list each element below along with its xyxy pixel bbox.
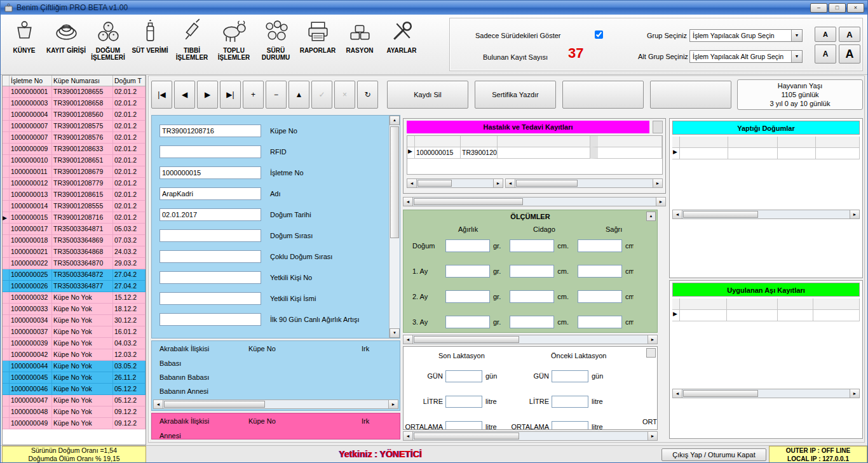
column-kupe-numarasi[interactable]: Küpe Numarası: [52, 76, 113, 86]
form-input[interactable]: [159, 187, 261, 200]
births-column-header[interactable]: [728, 137, 778, 148]
rump-input[interactable]: [578, 316, 622, 328]
scroll-right-icon[interactable]: [648, 432, 657, 440]
toolbar-item-ayarlar[interactable]: AYARLAR: [381, 16, 423, 73]
chevron-down-icon[interactable]: ▼: [791, 51, 802, 62]
horizontal-scrollbar[interactable]: [672, 210, 860, 219]
font-size-button[interactable]: A: [815, 44, 836, 64]
animal-table-row[interactable]: 1000000025 TR35003364872 27.04.2: [3, 269, 146, 281]
animal-table-row[interactable]: 1000000047 Küpe No Yok 05.12.2: [3, 395, 146, 406]
weight-input[interactable]: [445, 239, 490, 252]
last-lactation-input[interactable]: [445, 396, 482, 408]
previous-lactation-input[interactable]: [552, 370, 588, 382]
animal-table-row[interactable]: 1000000009 TR39001208633 02.01.2: [3, 144, 146, 155]
scroll-up-icon[interactable]: ▲: [390, 116, 400, 125]
animal-table-row[interactable]: 1000000007 TR39001208575 02.01.2: [3, 121, 146, 132]
subgroup-select[interactable]: İşlem Yapılacak Alt Grup Seçin ▼: [689, 50, 803, 63]
withers-input[interactable]: [510, 316, 554, 328]
toolbar-item-sut-verimi[interactable]: SÜT VERİMİ: [129, 16, 171, 73]
column-dogum-tarihi[interactable]: Doğum T: [113, 76, 146, 86]
health-column-header[interactable]: [461, 136, 498, 147]
nav-button[interactable]: ▶|: [220, 81, 241, 109]
scrollbar-thumb[interactable]: [683, 211, 758, 218]
previous-lactation-input[interactable]: [552, 396, 588, 408]
toolbar-item-suru-durumu[interactable]: SÜRÜ DURUMU: [255, 16, 297, 73]
form-input[interactable]: [159, 208, 261, 221]
scrollbar-thumb[interactable]: [414, 336, 519, 343]
horizontal-scrollbar[interactable]: [403, 431, 658, 441]
toolbar-item-kayit-girisi[interactable]: KAYIT GİRİŞİ: [45, 16, 87, 73]
scroll-down-icon[interactable]: ▼: [390, 328, 400, 338]
font-size-button[interactable]: A: [839, 44, 860, 64]
animal-table-row[interactable]: 1000000022 TR35003364870 29.03.2: [3, 258, 146, 269]
nav-button[interactable]: ✓: [311, 81, 332, 109]
vaccines-column-header[interactable]: [813, 299, 860, 310]
nav-button[interactable]: ▶: [197, 81, 218, 109]
vaccines-column-header[interactable]: [680, 299, 727, 310]
rump-input[interactable]: [578, 239, 622, 252]
nav-button[interactable]: ↻: [357, 81, 378, 109]
scrollbar-thumb[interactable]: [417, 180, 452, 187]
scrollbar-thumb[interactable]: [414, 198, 523, 205]
nav-button[interactable]: ×: [334, 81, 355, 109]
animal-table-row[interactable]: 1000000018 TR35003364869 07.03.2: [3, 235, 146, 246]
animal-table-row[interactable]: 1000000003 TR39001208658 02.01.2: [3, 98, 146, 109]
withers-input[interactable]: [510, 265, 554, 278]
scroll-left-icon[interactable]: [673, 210, 682, 218]
show-only-herd-checkbox[interactable]: [595, 30, 603, 39]
births-column-header[interactable]: [816, 137, 860, 148]
animal-table-row[interactable]: 1000000004 TR39001208560 02.01.2: [3, 109, 146, 121]
animal-table-row[interactable]: 1000000013 TR39001208615 02.01.2: [3, 189, 146, 201]
window-control-button[interactable]: –: [810, 3, 827, 13]
births-column-header[interactable]: [778, 137, 816, 148]
scroll-left-icon[interactable]: [403, 198, 413, 206]
scroll-left-icon[interactable]: [673, 389, 682, 398]
form-input[interactable]: [159, 229, 261, 242]
horizontal-scrollbar[interactable]: [153, 399, 398, 409]
health-grid-row[interactable]: 1000000015 TR3900120: [407, 147, 662, 159]
vaccines-column-header[interactable]: [778, 299, 813, 310]
toolbar-item-kunye[interactable]: KÜNYE: [3, 16, 45, 73]
vaccines-grid-row[interactable]: [672, 310, 860, 321]
animal-table-row[interactable]: 1000000039 Küpe No Yok 04.03.2: [3, 338, 146, 349]
weight-input[interactable]: [445, 290, 490, 303]
animal-table-row[interactable]: 1000000021 TR35003364868 24.03.2: [3, 246, 146, 258]
form-input[interactable]: [159, 313, 261, 326]
animal-table-row[interactable]: 1000000033 Küpe No Yok 18.12.2: [3, 304, 146, 315]
animal-table-row[interactable]: 1000000012 TR39001208779 02.01.2: [3, 178, 146, 189]
animal-table-row[interactable]: 1000000042 Küpe No Yok 12.03.2: [3, 349, 146, 361]
animal-table-row[interactable]: 1000000049 Küpe No Yok 09.12.2: [3, 418, 146, 429]
animal-table-row[interactable]: 1000000045 Küpe No Yok 26.11.2: [3, 372, 146, 384]
form-input[interactable]: [159, 145, 261, 158]
rump-input[interactable]: [578, 290, 622, 303]
scroll-right-icon[interactable]: [648, 335, 657, 344]
withers-input[interactable]: [510, 239, 554, 252]
animal-table-row[interactable]: 1000000011 TR39001208679 02.01.2: [3, 166, 146, 178]
form-input[interactable]: [159, 250, 261, 263]
nav-button[interactable]: ▲: [288, 81, 309, 109]
font-size-button[interactable]: A: [839, 27, 860, 42]
toolbar-item-toplu-islemler[interactable]: TOPLU İŞLEMLER: [213, 16, 255, 73]
health-column-header[interactable]: [415, 136, 461, 147]
animal-table-row[interactable]: 1000000046 Küpe No Yok 05.12.2: [3, 384, 146, 395]
animal-table-row[interactable]: 1000000001 TR39001208655 02.01.2: [3, 86, 146, 98]
scroll-left-icon[interactable]: [407, 179, 417, 187]
animal-table-row[interactable]: 1000000037 Küpe No Yok 16.01.2: [3, 326, 146, 338]
toolbar-item-tibbi-islemler[interactable]: TIBBİ İŞLEMLER: [171, 16, 213, 73]
weight-input[interactable]: [445, 316, 490, 328]
form-input[interactable]: [159, 271, 261, 284]
horizontal-scrollbar[interactable]: [505, 178, 663, 188]
nav-button[interactable]: |◀: [151, 81, 172, 109]
column-isletme-no[interactable]: İşletme No: [10, 76, 52, 86]
action-button[interactable]: [650, 81, 731, 109]
vertical-scrollbar[interactable]: ▲ ▼: [389, 116, 400, 338]
nav-button[interactable]: ◀: [174, 81, 195, 109]
window-control-button[interactable]: □: [829, 3, 846, 13]
scroll-left-icon[interactable]: [154, 400, 163, 408]
scroll-left-icon[interactable]: [403, 335, 413, 344]
scroll-up-icon[interactable]: ▲: [646, 211, 656, 221]
scroll-right-icon[interactable]: [656, 198, 665, 206]
weight-input[interactable]: [445, 265, 490, 278]
font-size-button[interactable]: A: [815, 27, 836, 42]
scroll-left-icon[interactable]: [506, 179, 515, 187]
